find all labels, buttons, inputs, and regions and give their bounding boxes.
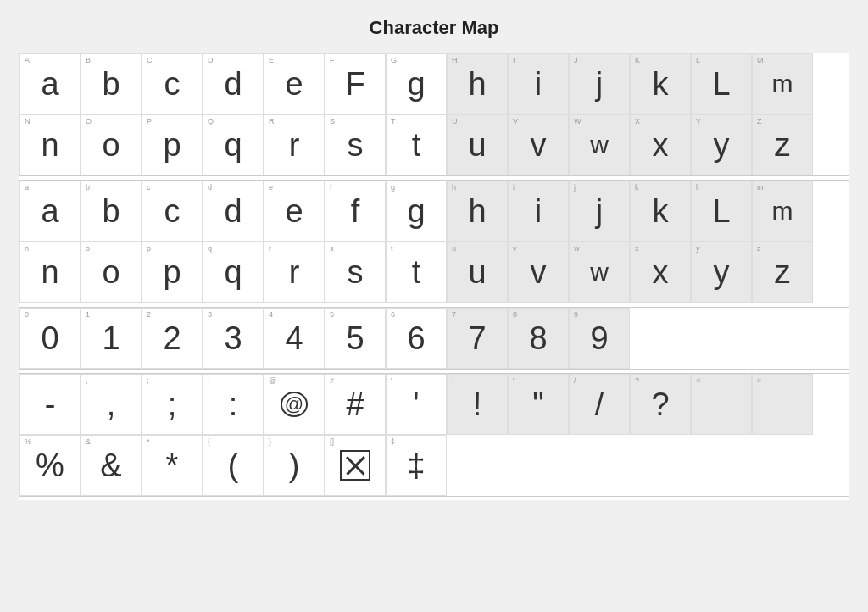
char-cell[interactable]: Gg — [386, 53, 447, 114]
cell-character: o — [102, 256, 120, 288]
char-cell[interactable]: Nn — [19, 114, 81, 175]
cell-label: J — [574, 57, 578, 64]
char-cell[interactable]: Zz — [752, 114, 813, 175]
cell-character: v — [531, 256, 547, 288]
cell-label: Y — [696, 118, 701, 125]
char-cell[interactable]: && — [81, 435, 142, 496]
char-cell[interactable]: ?? — [630, 374, 691, 435]
char-cell[interactable]: Cc — [142, 53, 203, 114]
char-cell[interactable]: gg — [386, 181, 447, 242]
cell-label: i — [513, 184, 515, 192]
char-cell[interactable]: ## — [325, 374, 386, 435]
char-cell[interactable]: 99 — [569, 308, 630, 369]
char-cell[interactable]: Rr — [264, 114, 325, 175]
char-cell[interactable]: bb — [81, 181, 142, 242]
char-cell[interactable]: Oo — [81, 114, 142, 175]
char-cell[interactable]: Bb — [81, 53, 142, 114]
char-cell[interactable]: rr — [264, 242, 325, 303]
char-cell[interactable]: Mm — [752, 53, 813, 114]
char-cell[interactable]: jj — [569, 181, 630, 242]
char-cell[interactable]: Ww — [569, 114, 630, 175]
cell-label: j — [574, 184, 576, 192]
char-cell[interactable]: :: — [203, 374, 264, 435]
cell-character: c — [164, 68, 181, 100]
char-row: --,,;;::@@##''!!""//??<> — [19, 374, 849, 435]
char-cell[interactable]: [] — [325, 435, 386, 496]
char-cell[interactable]: Kk — [630, 53, 691, 114]
char-cell[interactable]: Hh — [447, 53, 508, 114]
char-cell[interactable]: "" — [508, 374, 569, 435]
char-cell[interactable]: xx — [630, 242, 691, 303]
cell-character: " — [532, 388, 544, 420]
char-cell[interactable]: 66 — [386, 308, 447, 369]
char-cell[interactable]: Pp — [142, 114, 203, 175]
char-cell[interactable]: '' — [386, 374, 447, 435]
char-cell[interactable]: 55 — [325, 308, 386, 369]
char-cell[interactable]: ww — [569, 242, 630, 303]
char-cell[interactable]: vv — [508, 242, 569, 303]
char-cell[interactable]: Ee — [264, 53, 325, 114]
char-cell[interactable]: ** — [142, 435, 203, 496]
char-cell[interactable]: mm — [752, 181, 813, 242]
char-cell[interactable]: qq — [203, 242, 264, 303]
char-cell[interactable]: Ss — [325, 114, 386, 175]
char-cell[interactable]: Aa — [19, 53, 81, 114]
char-cell[interactable]: %% — [19, 435, 81, 496]
char-cell[interactable]: ff — [325, 181, 386, 242]
char-cell[interactable]: 11 — [81, 308, 142, 369]
cell-character: L — [712, 195, 730, 227]
char-cell[interactable]: nn — [19, 242, 81, 303]
char-cell[interactable]: pp — [142, 242, 203, 303]
char-cell[interactable]: Qq — [203, 114, 264, 175]
char-cell[interactable]: Tt — [386, 114, 447, 175]
char-cell[interactable]: dd — [203, 181, 264, 242]
char-cell[interactable]: yy — [691, 242, 752, 303]
char-cell[interactable]: lL — [691, 181, 752, 242]
char-cell[interactable]: ,, — [81, 374, 142, 435]
char-cell[interactable]: (( — [203, 435, 264, 496]
char-cell[interactable]: > — [752, 374, 813, 435]
char-cell[interactable]: Yy — [691, 114, 752, 175]
char-cell[interactable]: oo — [81, 242, 142, 303]
char-cell[interactable]: cc — [142, 181, 203, 242]
char-cell[interactable]: Xx — [630, 114, 691, 175]
char-cell[interactable]: Dd — [203, 53, 264, 114]
char-cell[interactable]: zz — [752, 242, 813, 303]
char-cell[interactable]: FF — [325, 53, 386, 114]
cell-label: A — [25, 57, 30, 64]
cell-label: F — [330, 57, 335, 64]
cell-character: i — [535, 195, 542, 227]
char-cell[interactable]: 33 — [203, 308, 264, 369]
char-cell[interactable]: aa — [19, 181, 81, 242]
char-cell[interactable]: 00 — [19, 308, 81, 369]
char-cell[interactable]: ee — [264, 181, 325, 242]
cell-character: q — [224, 129, 242, 161]
char-cell[interactable]: < — [691, 374, 752, 435]
char-row: %%&&**(())[]‡‡ — [19, 435, 849, 496]
char-cell[interactable]: 22 — [142, 308, 203, 369]
char-cell[interactable]: 88 — [508, 308, 569, 369]
char-cell[interactable]: @@ — [264, 374, 325, 435]
char-cell[interactable]: !! — [447, 374, 508, 435]
char-cell[interactable]: ss — [325, 242, 386, 303]
char-cell[interactable]: -- — [19, 374, 81, 435]
cell-character: e — [285, 68, 303, 100]
char-cell[interactable]: )) — [264, 435, 325, 496]
char-cell[interactable]: Ii — [508, 53, 569, 114]
char-cell[interactable]: hh — [447, 181, 508, 242]
char-cell[interactable]: LL — [691, 53, 752, 114]
char-cell[interactable]: uu — [447, 242, 508, 303]
char-cell[interactable]: Vv — [508, 114, 569, 175]
char-cell[interactable]: 77 — [447, 308, 508, 369]
char-cell[interactable]: ii — [508, 181, 569, 242]
char-cell[interactable]: // — [569, 374, 630, 435]
cell-label: C — [147, 57, 153, 64]
cell-label: / — [574, 377, 576, 385]
char-cell[interactable]: tt — [386, 242, 447, 303]
char-cell[interactable]: Uu — [447, 114, 508, 175]
char-cell[interactable]: kk — [630, 181, 691, 242]
char-cell[interactable]: ;; — [142, 374, 203, 435]
char-cell[interactable]: Jj — [569, 53, 630, 114]
char-cell[interactable]: 44 — [264, 308, 325, 369]
char-cell[interactable]: ‡‡ — [386, 435, 447, 496]
